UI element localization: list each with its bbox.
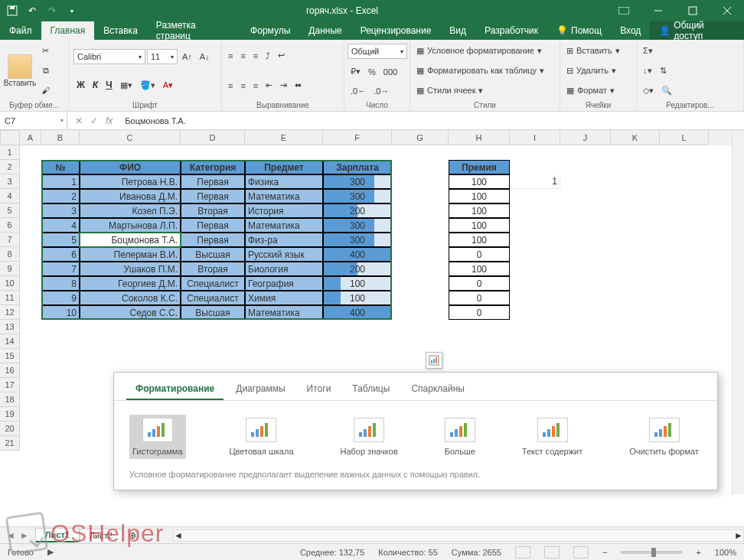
fill-icon[interactable]: ↓▾ — [640, 64, 655, 77]
increase-font-icon[interactable]: A↑ — [179, 50, 195, 63]
row-header-11[interactable]: 11 — [0, 291, 20, 305]
close-button[interactable] — [710, 0, 744, 21]
font-name-select[interactable]: Calibri▾ — [73, 49, 145, 64]
vertical-scrollbar[interactable] — [732, 130, 744, 494]
cell[interactable]: 7 — [41, 262, 80, 276]
cell[interactable]: 300 — [323, 233, 392, 247]
col-header-I[interactable]: I — [510, 130, 560, 145]
cell[interactable]: 1 — [41, 174, 80, 189]
cell[interactable]: Первая — [181, 189, 245, 203]
cell[interactable]: Вторая — [181, 262, 245, 276]
align-bot-icon[interactable]: ≡ — [250, 50, 261, 62]
row-header-6[interactable]: 6 — [0, 218, 20, 233]
row-header-13[interactable]: 13 — [0, 320, 20, 334]
cell[interactable]: 0 — [449, 276, 510, 291]
maximize-button[interactable] — [675, 0, 710, 21]
font-color-icon[interactable]: A▾ — [160, 79, 176, 92]
qa-tab[interactable]: Итоги — [298, 379, 341, 400]
row-header-14[interactable]: 14 — [0, 334, 20, 349]
minimize-button[interactable] — [641, 0, 675, 21]
ribbon-options-icon[interactable] — [606, 0, 641, 21]
cell[interactable]: 300 — [323, 218, 392, 233]
merge-icon[interactable]: ⬌ — [292, 79, 305, 92]
cell[interactable]: 0 — [449, 247, 510, 262]
qa-item[interactable]: Набор значков — [337, 415, 400, 459]
cell[interactable]: 0 — [449, 305, 510, 320]
developer-tab[interactable]: Разработчик — [475, 21, 547, 40]
cell[interactable]: 2 — [41, 189, 80, 203]
data-tab[interactable]: Данные — [299, 21, 351, 40]
row-header-18[interactable]: 18 — [0, 392, 20, 407]
sheet-nav-next-icon[interactable]: ► — [20, 530, 29, 541]
cell[interactable]: 100 — [449, 233, 510, 247]
cell[interactable]: 8 — [41, 276, 80, 291]
cell[interactable]: Козел П.Э. — [80, 203, 181, 218]
align-top-icon[interactable]: ≡ — [225, 50, 236, 62]
cell[interactable]: 400 — [323, 247, 392, 262]
save-icon[interactable] — [6, 5, 18, 17]
cell[interactable]: Биология — [245, 262, 323, 276]
zoom-in-button[interactable]: + — [696, 548, 700, 557]
insert-cells-button[interactable]: ⊞Вставить ▾ — [563, 44, 633, 57]
row-header-4[interactable]: 4 — [0, 189, 20, 203]
view-normal-icon[interactable] — [515, 546, 530, 558]
sheet-nav-prev-icon[interactable]: ◄ — [6, 530, 15, 541]
row-header-20[interactable]: 20 — [0, 422, 20, 436]
currency-icon[interactable]: ₽▾ — [348, 65, 364, 78]
col-header-L[interactable]: L — [660, 130, 709, 145]
cell[interactable]: 5 — [41, 233, 80, 247]
autosum-icon[interactable]: Σ▾ — [640, 44, 656, 57]
qa-item[interactable]: Цветовая шкала — [226, 415, 296, 459]
decrease-font-icon[interactable]: A↓ — [197, 50, 213, 63]
cell[interactable]: Пелерман В.И. — [80, 247, 181, 262]
qa-tab[interactable]: Диаграммы — [227, 379, 294, 400]
inc-decimal-icon[interactable]: .0← — [348, 85, 369, 97]
bold-button[interactable]: Ж — [73, 78, 88, 92]
cell[interactable]: Иванова Д.М. — [80, 189, 181, 203]
cell[interactable]: Высшая — [181, 247, 245, 262]
dec-decimal-icon[interactable]: .0→ — [370, 85, 392, 97]
cell[interactable]: 3 — [41, 203, 80, 218]
cell-styles-button[interactable]: ▦Стили ячеек ▾ — [413, 84, 556, 97]
col-header-K[interactable]: K — [611, 130, 660, 145]
cell[interactable]: 100 — [449, 203, 510, 218]
cell[interactable]: 100 — [323, 276, 392, 291]
row-header-16[interactable]: 16 — [0, 363, 20, 378]
select-all-corner[interactable] — [0, 130, 20, 145]
sign-in[interactable]: Вход — [611, 21, 650, 40]
view-tab[interactable]: Вид — [440, 21, 475, 40]
col-header-F[interactable]: F — [323, 130, 392, 145]
horizontal-scrollbar[interactable]: ◄► — [173, 529, 744, 542]
cell[interactable]: 400 — [323, 305, 392, 320]
formula-input[interactable]: Боцмонова Т.А. — [120, 116, 185, 125]
col-header-B[interactable]: B — [41, 130, 80, 145]
indent-dec-icon[interactable]: ⇤ — [263, 79, 276, 92]
cell[interactable]: 100 — [449, 262, 510, 276]
format-button[interactable]: ▦Формат ▾ — [563, 84, 633, 97]
align-right-icon[interactable]: ≡ — [250, 80, 261, 92]
row-header-19[interactable]: 19 — [0, 407, 20, 422]
row-header-9[interactable]: 9 — [0, 262, 20, 276]
row-header-7[interactable]: 7 — [0, 233, 20, 247]
cell[interactable]: ФИО — [80, 160, 181, 174]
enter-formula-icon[interactable]: ✓ — [90, 116, 98, 126]
cell[interactable]: Категория — [181, 160, 245, 174]
cell[interactable]: 100 — [449, 174, 510, 189]
home-tab[interactable]: Главная — [41, 21, 95, 40]
row-header-21[interactable]: 21 — [0, 436, 20, 451]
comma-icon[interactable]: 000 — [380, 66, 400, 78]
insert-tab[interactable]: Вставка — [94, 21, 147, 40]
cell[interactable]: Математика — [245, 305, 323, 320]
cell[interactable]: Специалист — [181, 276, 245, 291]
cell[interactable]: Зарплата — [323, 160, 392, 174]
cell[interactable]: Премия — [449, 160, 510, 174]
quick-analysis-button[interactable] — [426, 352, 442, 369]
cell[interactable]: 100 — [449, 218, 510, 233]
delete-cells-button[interactable]: ⊟Удалить ▾ — [563, 64, 633, 77]
row-header-2[interactable]: 2 — [0, 160, 20, 174]
cell[interactable]: Физика — [245, 174, 323, 189]
sheet-tab-2[interactable]: Лист2 — [80, 529, 122, 542]
cell[interactable]: Первая — [181, 233, 245, 247]
formulas-tab[interactable]: Формулы — [241, 21, 299, 40]
layout-tab[interactable]: Разметка страниц — [147, 21, 241, 40]
